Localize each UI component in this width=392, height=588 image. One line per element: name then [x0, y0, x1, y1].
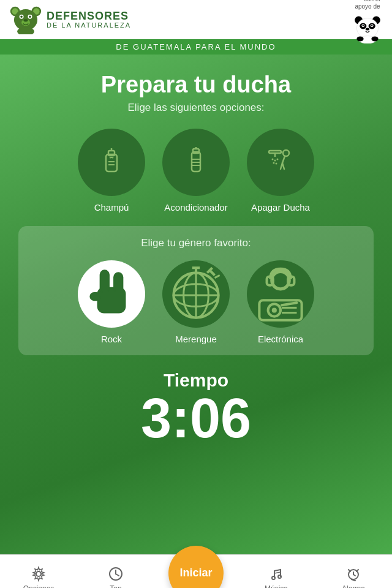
prepare-title: Prepara tu ducha: [101, 72, 291, 98]
electronica-icon: [247, 260, 314, 328]
svg-line-76: [353, 575, 355, 576]
musica-label: Música: [265, 584, 288, 589]
header: DEFENSORES DE LA NATURALEZA con el apoyo…: [0, 0, 392, 39]
tiempo-value: 3:06: [141, 391, 251, 446]
svg-rect-47: [90, 293, 100, 300]
svg-rect-37: [269, 151, 281, 153]
svg-point-19: [363, 25, 364, 26]
svg-line-70: [116, 574, 119, 576]
opciones-label: Opciones: [23, 584, 55, 589]
svg-point-72: [278, 575, 281, 578]
svg-line-78: [356, 570, 358, 571]
merengue-label: Merengue: [175, 334, 217, 344]
apagar-label: Apagar Ducha: [251, 202, 310, 213]
svg-line-64: [282, 303, 296, 305]
logo-title: DEFENSORES: [47, 10, 131, 21]
top-label: Top: [110, 584, 121, 589]
rock-icon: [78, 260, 145, 328]
option-champu[interactable]: Champú: [78, 129, 145, 213]
apagar-circle[interactable]: [247, 129, 314, 196]
banner-text: DE GUATEMALA PARA EL MUNDO: [116, 42, 276, 51]
electronica-circle[interactable]: [247, 260, 314, 328]
svg-line-55: [215, 275, 220, 277]
options-row: Champú Acondicionador: [78, 129, 314, 213]
genre-title: Elige tu género favorito:: [33, 237, 359, 249]
svg-rect-46: [114, 273, 123, 293]
genre-rock[interactable]: Rock: [78, 260, 145, 344]
genre-merengue[interactable]: Merengue: [162, 260, 230, 344]
prepare-subtitle: Elige las siguientes opciones:: [127, 102, 264, 114]
nav-musica[interactable]: Música: [252, 566, 301, 589]
svg-rect-45: [100, 270, 109, 293]
rock-circle[interactable]: [78, 260, 145, 328]
logo-subtitle: DE LA NATURALEZA: [47, 21, 131, 29]
option-apagar-ducha[interactable]: Apagar Ducha: [247, 129, 314, 213]
banner: DE GUATEMALA PARA EL MUNDO: [0, 39, 392, 55]
svg-point-67: [36, 571, 41, 576]
alarm-icon: [345, 566, 361, 582]
acondicionador-circle[interactable]: [162, 129, 230, 196]
electronica-label: Electrónica: [258, 334, 303, 344]
svg-line-77: [349, 570, 350, 571]
main-content: Prepara tu ducha Elige las siguientes op…: [0, 55, 392, 554]
svg-point-42: [273, 162, 275, 164]
champu-label: Champú: [94, 202, 129, 213]
genre-electronica[interactable]: Electrónica: [247, 260, 314, 344]
acondicionador-icon: [179, 146, 213, 179]
logo-text: DEFENSORES DE LA NATURALEZA: [47, 10, 131, 29]
wwf-panda-icon: [353, 14, 382, 43]
svg-point-71: [272, 576, 275, 579]
nav-opciones[interactable]: Opciones: [14, 566, 63, 589]
clock-icon: [108, 566, 124, 582]
svg-point-39: [272, 159, 274, 160]
svg-point-40: [274, 160, 276, 162]
merengue-icon: [162, 260, 230, 328]
merengue-circle[interactable]: [162, 260, 230, 328]
genre-row: Rock: [33, 260, 359, 344]
champu-circle[interactable]: [78, 129, 145, 196]
svg-point-63: [272, 307, 277, 312]
gear-icon: [31, 566, 47, 582]
svg-point-21: [366, 28, 369, 30]
con-el-apoyo: con el apoyo de: [355, 0, 380, 10]
svg-line-73: [274, 572, 281, 573]
bottom-nav: Opciones Top Iniciar Música: [0, 554, 392, 588]
nav-alarma[interactable]: Alarma: [329, 566, 378, 589]
acondicionador-label: Acondicionador: [164, 202, 227, 213]
svg-line-54: [209, 270, 214, 275]
option-acondicionador[interactable]: Acondicionador: [162, 129, 230, 213]
svg-rect-26: [108, 151, 115, 156]
svg-point-7: [20, 16, 22, 18]
svg-point-36: [283, 150, 289, 156]
svg-point-43: [276, 163, 277, 165]
svg-point-10: [24, 19, 28, 21]
nav-top[interactable]: Top: [91, 566, 140, 589]
alarma-label: Alarma: [342, 584, 365, 589]
iniciar-label: Iniciar: [179, 567, 212, 579]
genre-box: Elige tu género favorito:: [18, 226, 374, 355]
music-icon: [268, 566, 284, 582]
svg-point-23: [356, 36, 363, 41]
logo-right: con el apoyo de: [353, 0, 382, 43]
svg-point-41: [277, 159, 279, 160]
svg-rect-31: [193, 149, 199, 153]
apagar-ducha-icon: [264, 146, 297, 179]
svg-point-24: [371, 36, 378, 41]
champu-icon: [95, 146, 128, 179]
rock-label: Rock: [101, 334, 122, 344]
svg-point-58: [272, 271, 290, 289]
svg-point-8: [29, 16, 31, 18]
logo-left: DEFENSORES DE LA NATURALEZA: [10, 5, 131, 34]
bear-icon: [10, 5, 42, 34]
svg-point-20: [371, 25, 372, 26]
